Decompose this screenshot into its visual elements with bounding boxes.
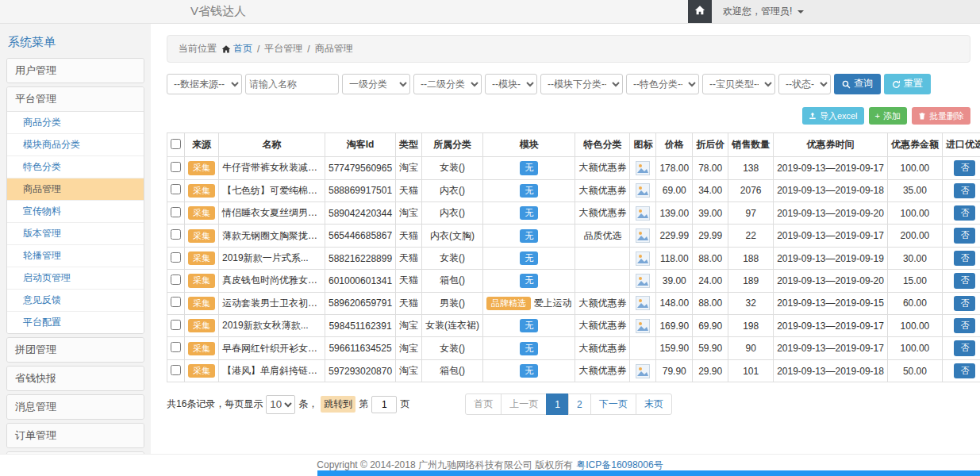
sidebar-item[interactable]: 用户管理 [7,59,144,83]
row-checkbox[interactable] [171,229,181,240]
sidebar-subitem[interactable]: 商品分类 [7,112,144,134]
breadcrumb-home-link[interactable]: 首页 [221,42,252,56]
row-checkbox[interactable] [171,342,181,352]
cell-source: 采集 [185,270,219,292]
sidebar-subitem[interactable]: 平台配置 [7,312,144,333]
user-menu[interactable]: 欢迎您，管理员! [712,0,980,23]
cell-module: 无 [483,225,575,247]
row-checkbox[interactable] [171,162,181,172]
cell-sales: 90 [728,337,774,359]
cell-module: 无 [483,337,575,359]
cell-type: 天猫 [396,270,422,292]
filter-select[interactable]: --宝贝类型-- [702,74,775,94]
page-button-next[interactable]: 下一页 [590,393,636,415]
imported-toggle-button[interactable]: 否 [954,296,975,311]
sidebar-item[interactable]: 省钱快报 [7,367,144,390]
filter-select[interactable]: --二级分类-- [413,74,482,94]
imported-toggle-button[interactable]: 否 [954,363,975,378]
sidebar-subitem[interactable]: 意见反馈 [7,290,144,312]
table-row: 采集早春网红针织开衫女春...596611634525淘宝女装()无大额优惠券1… [167,337,980,359]
sidebar-subitem[interactable]: 商品管理 [7,178,144,201]
module-badge: 无 [520,251,538,265]
cell-coupon-time: 2019-09-13—2019-09-17 [774,157,888,179]
menu-group: 消息管理 [6,394,144,420]
breadcrumb-prefix: 当前位置 [179,42,217,56]
row-checkbox[interactable] [171,184,181,194]
imported-toggle-button[interactable]: 否 [954,205,975,221]
cell-product-name: 2019新款一片式系... [219,247,325,269]
imported-toggle-button[interactable]: 否 [954,318,975,333]
data-source-select[interactable]: --数据来源-- [167,74,242,94]
batch-delete-button[interactable]: 批量删除 [912,107,970,125]
imported-toggle-button[interactable]: 否 [954,251,975,266]
sidebar-subitem[interactable]: 特色分类 [7,156,144,178]
cell-product-name: 牛仔背带裤女秋装减龄... [219,157,325,179]
product-image [636,296,650,310]
page-button-last[interactable]: 末页 [636,393,672,415]
sidebar-menu: 用户管理平台管理商品分类模块商品分类特色分类商品管理宣传物料版本管理轮播管理启动… [6,58,144,454]
row-checkbox[interactable] [171,365,181,375]
cell-type: 天猫 [396,292,422,314]
jump-pre-text: 第 [359,397,368,411]
page-button-page-2[interactable]: 2 [568,393,591,415]
filter-select[interactable]: --模块-- [485,74,537,94]
add-button[interactable]: + 添加 [869,107,907,125]
page-button-first[interactable]: 首页 [465,393,502,415]
row-checkbox[interactable] [171,274,181,285]
sidebar-item[interactable]: 拼团管理 [7,338,144,362]
cell-feature: 大额优惠券 [575,157,630,179]
filter-select[interactable]: 一级分类 [342,74,410,94]
import-excel-button[interactable]: 导入excel [802,107,864,125]
imported-toggle-button[interactable]: 否 [954,273,975,288]
sidebar-item[interactable]: 消息管理 [7,395,144,419]
cell-discount-price: 59.90 [693,337,728,359]
page-button-prev[interactable]: 上一页 [501,393,547,415]
sidebar-item[interactable]: 兑换管理 [7,452,144,454]
cell-feature: 大额优惠券 [575,202,630,225]
column-header: 模块 [483,133,575,157]
row-checkbox[interactable] [171,252,181,263]
page-button-page-1[interactable]: 1 [546,393,569,415]
sidebar-subitem[interactable]: 启动页管理 [7,267,144,290]
add-button-label: 添加 [883,110,901,121]
imported-toggle-button[interactable]: 否 [954,340,975,355]
name-search-input[interactable] [245,74,339,94]
sidebar-subitem[interactable]: 轮播管理 [7,245,144,267]
sidebar-subitem[interactable]: 宣传物料 [7,201,144,223]
per-page-select[interactable]: 10 [266,395,295,414]
cell-category: 女装() [422,247,483,269]
search-button[interactable]: 查询 [834,74,881,94]
filter-select[interactable]: --状态-- [778,74,831,94]
row-checkbox[interactable] [171,297,181,307]
cell-module: 无 [483,179,575,202]
cell-category: 男装() [422,292,483,314]
sidebar-subitem[interactable]: 版本管理 [7,223,144,245]
imported-toggle-button[interactable]: 否 [954,183,975,198]
sidebar-item[interactable]: 订单管理 [7,424,144,447]
cell-sales: 138 [728,157,774,179]
sidebar-item[interactable]: 平台管理 [7,87,144,111]
table-actions: 导入excel + 添加 批量删除 [167,107,970,125]
cell-icon [630,315,656,337]
menu-group: 兑换管理 [6,451,144,454]
imported-toggle-button[interactable]: 否 [954,160,975,175]
home-button[interactable] [688,0,712,23]
cell-icon [630,179,656,202]
refresh-icon [892,80,901,89]
jump-page-input[interactable] [371,396,397,413]
filter-select[interactable]: --模块下分类-- [540,74,623,94]
cell-checkbox [167,202,185,225]
filter-select[interactable]: --特色分类-- [626,74,699,94]
breadcrumb-section: 平台管理 [264,42,302,56]
product-image [636,364,650,378]
select-all-checkbox[interactable] [171,139,181,149]
sidebar-subitem[interactable]: 模块商品分类 [7,134,144,156]
cell-price: 69.00 [656,179,693,202]
reset-button[interactable]: 重置 [884,74,931,94]
column-header: 名称 [219,133,325,157]
row-checkbox[interactable] [171,207,181,217]
imported-toggle-button[interactable]: 否 [954,228,975,243]
cell-coupon-time: 2019-09-13—2019-09-17 [774,337,888,359]
menu-group: 订单管理 [6,423,144,448]
row-checkbox[interactable] [171,320,181,330]
